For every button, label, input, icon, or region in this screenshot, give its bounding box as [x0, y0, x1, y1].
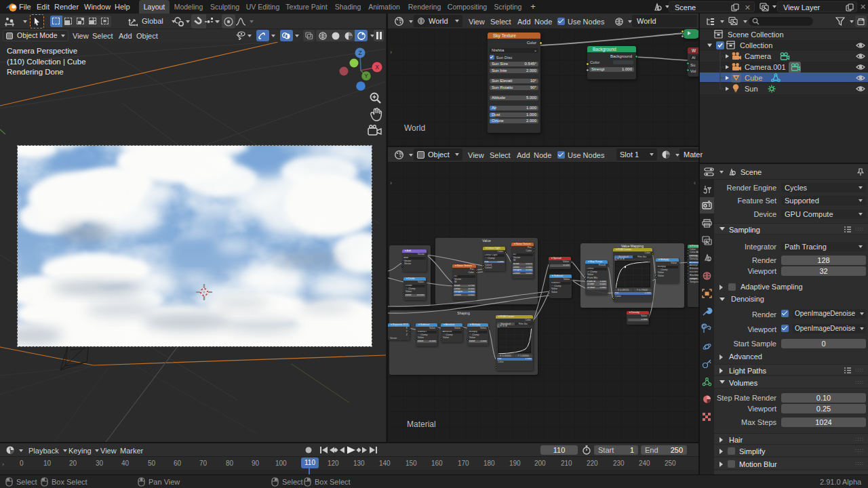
svg-text:Collection: Collection	[740, 41, 772, 49]
svg-text:Z: Z	[358, 49, 361, 56]
svg-text:Cube: Cube	[745, 74, 762, 82]
svg-text:Y: Y	[364, 73, 368, 79]
svg-text:Camera.001: Camera.001	[745, 63, 786, 71]
svg-text:Camera: Camera	[745, 52, 772, 60]
svg-text:X: X	[375, 64, 379, 70]
svg-text:Sun: Sun	[745, 85, 758, 93]
svg-text:Scene Collection: Scene Collection	[728, 30, 784, 39]
